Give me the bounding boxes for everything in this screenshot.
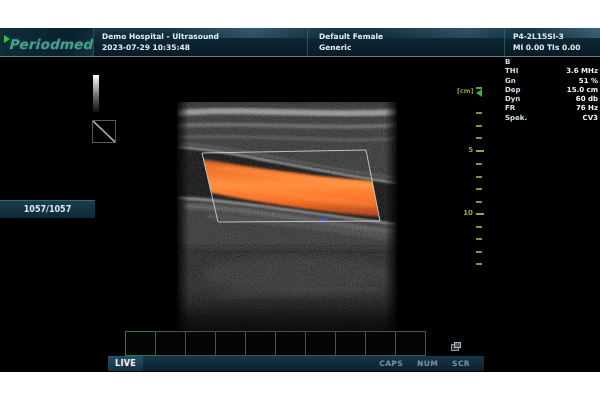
ruler-tick	[476, 188, 482, 190]
ruler-tick	[476, 112, 482, 114]
probe-info: P4-2L15SI-3 MI 0.00 TIs 0.00	[505, 28, 600, 56]
num-indicator: NUM	[417, 359, 438, 368]
mode-label: B	[505, 58, 510, 67]
diagonal-marker-icon	[92, 120, 116, 143]
thumbnail-slot[interactable]	[305, 331, 336, 356]
ruler-tick	[476, 125, 482, 127]
patient-info: Default Female Generic	[308, 28, 504, 56]
param-label: THI	[505, 67, 518, 76]
probe-model: P4-2L15SI-3	[513, 31, 600, 42]
ruler-tick	[476, 201, 482, 203]
thumbnail-slot[interactable]	[275, 331, 306, 356]
logo-area: Periodmed	[0, 28, 93, 56]
param-value: CV3	[583, 114, 598, 123]
focus-marker-icon[interactable]	[476, 89, 482, 97]
b-mode-image: 1150	[177, 102, 397, 346]
thumbnail-slot[interactable]	[245, 331, 276, 356]
thumbnail-slot[interactable]	[395, 331, 426, 356]
hospital-name: Demo Hospital - Ultrasound	[102, 31, 307, 42]
ruler-tick	[476, 87, 482, 89]
param-value: 60 db	[576, 95, 598, 104]
caps-indicator: CAPS	[379, 359, 403, 368]
ultrasound-image[interactable]: 1150	[177, 102, 397, 346]
ruler-tick	[476, 251, 482, 253]
exam-preset: Generic	[319, 42, 504, 53]
ruler-unit-label: [cm]	[457, 87, 474, 95]
param-value: 76 Hz	[576, 104, 598, 113]
status-bar: LIVE CAPS NUM SCR	[108, 356, 484, 371]
image-parameters-panel: B THI3.6 MHz Gn51 % Dep15.0 cm Dyn60 db …	[505, 58, 598, 123]
thumbnail-slot[interactable]	[215, 331, 246, 356]
param-label: Dep	[505, 86, 521, 95]
param-label: FR	[505, 104, 515, 113]
hospital-info: Demo Hospital - Ultrasound 2023-07-29 10…	[94, 28, 307, 56]
logo-play-icon	[4, 35, 10, 43]
thumbnail-slot-selected[interactable]	[125, 331, 156, 356]
param-label: Spek.	[505, 114, 527, 123]
thumbnail-slot[interactable]	[365, 331, 396, 356]
ultrasound-app-screen: Periodmed Demo Hospital - Ultrasound 202…	[0, 28, 600, 372]
ruler-tick	[476, 238, 482, 240]
thumbnail-slot[interactable]	[185, 331, 216, 356]
datetime-label: 2023-07-29 10:35:48	[102, 42, 307, 53]
safety-indices: MI 0.00 TIs 0.00	[513, 42, 600, 53]
ruler-label-10: 10	[459, 209, 473, 217]
patient-name: Default Female	[319, 31, 504, 42]
logo-text: Periodmed	[9, 36, 93, 52]
thumbnail-strip	[125, 331, 426, 356]
ruler-tick	[476, 163, 482, 165]
ruler-label-5: 5	[459, 146, 473, 154]
live-status-badge: LIVE	[108, 356, 143, 371]
param-value: 15.0 cm	[567, 86, 598, 95]
ruler-tick	[476, 150, 484, 152]
depth-ruler: [cm] 5 10	[455, 83, 491, 273]
scr-indicator: SCR	[452, 359, 470, 368]
header-bar: Periodmed Demo Hospital - Ultrasound 202…	[0, 28, 600, 57]
cine-frame-counter: 1057/1057	[0, 200, 95, 218]
app-logo: Periodmed	[9, 36, 93, 52]
param-label: Gn	[505, 77, 516, 86]
ruler-tick	[476, 137, 482, 139]
printer-icon[interactable]	[451, 342, 460, 350]
ruler-tick	[476, 226, 482, 228]
grayscale-map-bar	[93, 75, 99, 112]
thumbnail-slot[interactable]	[155, 331, 186, 356]
thumbnail-slot[interactable]	[335, 331, 366, 356]
param-label: Dyn	[505, 95, 520, 104]
param-value: 3.6 MHz	[566, 67, 598, 76]
ruler-tick	[476, 263, 482, 265]
ruler-tick	[476, 176, 482, 178]
param-value: 51 %	[579, 77, 598, 86]
ruler-tick	[476, 213, 484, 215]
